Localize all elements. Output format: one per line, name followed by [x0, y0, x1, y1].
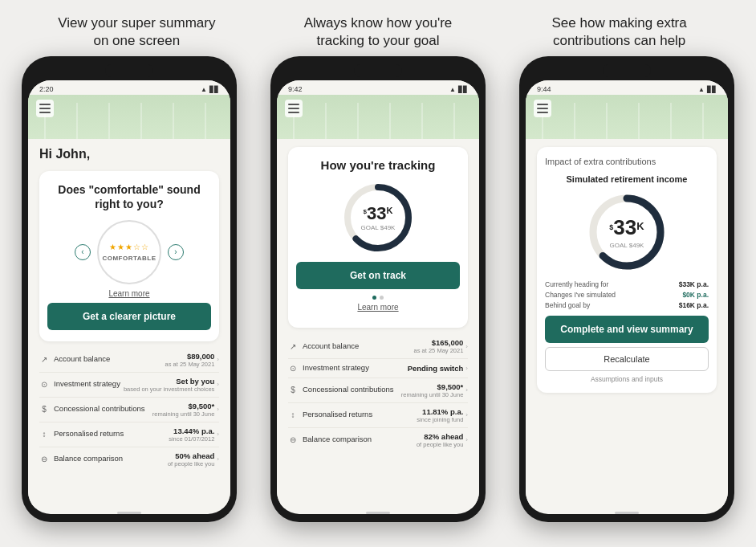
returns-value-2: 11.81% p.a.: [417, 407, 463, 416]
row-account-balance-2[interactable]: ↗ Account balance $165,000 as at 25 May …: [288, 334, 468, 359]
tracking-title: How you're tracking: [296, 158, 460, 172]
row-balance-2[interactable]: ⊖ Balance comparison 82% ahead of people…: [288, 428, 468, 452]
comp-label-1: Changes I've simulated: [545, 291, 616, 299]
complete-view-summary-button[interactable]: Complete and view summary: [545, 316, 709, 343]
get-clearer-picture-button[interactable]: Get a clearer picture: [47, 303, 211, 330]
menu-button-2[interactable]: [285, 100, 303, 117]
sim-donut-center: $33K GOAL $49K: [609, 215, 644, 249]
concessional-icon-2: $: [288, 386, 298, 394]
sim-title: Simulated retirement income: [545, 174, 709, 184]
row-concessional-1[interactable]: $ Concessional contributions $9,500* rem…: [39, 398, 219, 422]
chevron-2b: ›: [465, 365, 468, 372]
comp-label-2: Behind goal by: [545, 301, 590, 309]
chevron-1c: ›: [217, 406, 219, 413]
screen-content-1: Hi John, Does "comfortable" sound right …: [28, 139, 230, 508]
returns-label-2: Personalised returns: [303, 410, 417, 419]
phones-row: 2:20 ▲ ▊▊: [0, 56, 756, 547]
balance-icon-1: ⊖: [39, 455, 49, 463]
investment-label-2: Investment strategy: [303, 363, 408, 373]
row-returns-1[interactable]: ↕ Personalised returns 13.44% p.a. since…: [39, 422, 219, 447]
sim-goal: GOAL $49K: [609, 242, 644, 249]
phone-3: 9:44 ▲ ▊▊: [519, 56, 734, 522]
nav-bar-3: [526, 95, 728, 122]
returns-value-1: 13.44% p.a.: [169, 427, 214, 435]
donut-goal-2: GOAL $49K: [361, 224, 396, 231]
phone-notch-2: [354, 64, 402, 77]
screen-content-3: Impact of extra contributions Simulated …: [526, 139, 728, 508]
recalculate-button[interactable]: Recalculate: [545, 347, 709, 371]
concessional-value-1: $9,500*: [152, 402, 215, 410]
time-3: 9:44: [537, 85, 551, 93]
concessional-value-2: $9,500*: [401, 382, 464, 391]
signal-icon: ▊▊: [209, 86, 219, 93]
lifestyle-selector: ‹ ★★★☆☆ COMFORTABLE ›: [47, 220, 211, 284]
page-dots-2: [296, 296, 460, 300]
account-balance-sub-1: as at 25 May 2021: [165, 361, 215, 368]
comparison-rows: Currently heading for $33K p.a. Changes …: [545, 280, 709, 309]
donut-chart-2: $33K GOAL $49K: [342, 182, 414, 254]
info-rows-2: ↗ Account balance $165,000 as at 25 May …: [288, 334, 468, 451]
dot-1: [372, 296, 376, 300]
greeting-1: Hi John,: [39, 147, 219, 161]
wifi-icon-2: ▲: [449, 86, 456, 93]
home-indicator-2: [366, 512, 390, 514]
map-strip-3: [526, 95, 728, 139]
row-returns-2[interactable]: ↕ Personalised returns 11.81% p.a. since…: [288, 403, 468, 428]
tracking-card: How you're tracking $33K GOAL $49K: [288, 147, 468, 328]
returns-sub-1: since 01/07/2012: [169, 435, 214, 443]
balance-value-1: 50% ahead: [168, 451, 214, 460]
account-label-2: Account balance: [303, 341, 414, 351]
investment-sub-1: based on your investment choices: [124, 386, 214, 393]
assumptions-link[interactable]: Assumptions and inputs: [545, 375, 709, 383]
status-icons-2: ▲ ▊▊: [449, 86, 468, 93]
comp-row-0: Currently heading for $33K p.a.: [545, 280, 709, 288]
learn-more-link-2[interactable]: Learn more: [296, 303, 460, 312]
row-investment-2[interactable]: ⊙ Investment strategy Pending switch ›: [288, 359, 468, 378]
account-balance-value-1: $89,000: [165, 352, 215, 361]
row-account-balance-1[interactable]: ↗ Account balance $89,000 as at 25 May 2…: [39, 348, 219, 373]
concessional-label-1: Concessional contributions: [54, 404, 152, 414]
investment-label-1: Investment strategy: [54, 379, 124, 389]
wifi-icon-3: ▲: [698, 86, 705, 93]
row-balance-1[interactable]: ⊖ Balance comparison 50% ahead of people…: [39, 447, 219, 471]
home-indicator-1: [117, 512, 141, 514]
chevron-1b: ›: [217, 381, 219, 388]
get-on-track-button[interactable]: Get on track: [296, 262, 460, 289]
extra-contributions-card: Impact of extra contributions Simulated …: [537, 147, 717, 393]
next-lifestyle-button[interactable]: ›: [168, 244, 184, 260]
returns-icon-1: ↕: [39, 430, 49, 439]
donut-amount-2: 33: [367, 203, 386, 223]
extra-screen-title: Impact of extra contributions: [545, 157, 709, 166]
donut-center-2: $33K GOAL $49K: [361, 205, 396, 231]
status-bar-3: 9:44 ▲ ▊▊: [526, 80, 728, 95]
menu-button-3[interactable]: [534, 100, 551, 117]
phone-2: 9:42 ▲ ▊▊: [270, 56, 486, 522]
returns-icon-2: ↕: [288, 410, 298, 419]
chevron-1a: ›: [217, 356, 219, 363]
chevron-1e: ›: [217, 455, 219, 463]
balance-label-1: Balance comparison: [54, 454, 168, 463]
home-indicator-3: [615, 512, 639, 514]
wifi-icon: ▲: [201, 86, 207, 93]
learn-more-link-1[interactable]: Learn more: [47, 289, 211, 298]
investment-icon-2: ⊙: [288, 364, 298, 373]
comp-label-0: Currently heading for: [545, 280, 608, 288]
dot-2: [380, 296, 384, 300]
comp-row-1: Changes I've simulated $0K p.a.: [545, 291, 709, 299]
prev-lifestyle-button[interactable]: ‹: [75, 244, 91, 260]
menu-button-1[interactable]: [36, 100, 54, 117]
account-balance-label-1: Account balance: [54, 354, 165, 364]
caption-phone3: See how making extra contributions can h…: [539, 14, 700, 50]
row-concessional-2[interactable]: $ Concessional contributions $9,500* rem…: [288, 378, 468, 403]
row-investment-1[interactable]: ⊙ Investment strategy Set by you based o…: [39, 373, 219, 398]
chevron-2e: ›: [465, 436, 468, 443]
lifestyle-label: COMFORTABLE: [102, 255, 156, 262]
sim-donut-3: $33K GOAL $49K: [587, 192, 667, 272]
balance-label-2: Balance comparison: [303, 435, 417, 444]
balance-sub-1: of people like you: [168, 460, 214, 467]
investment-icon-1: ⊙: [39, 380, 49, 389]
info-rows-1: ↗ Account balance $89,000 as at 25 May 2…: [39, 348, 219, 471]
phone-screen-2: 9:42 ▲ ▊▊: [277, 80, 479, 514]
question-card: Does "comfortable" sound right to you? ‹…: [39, 171, 219, 341]
lifestyle-circle: ★★★☆☆ COMFORTABLE: [97, 220, 161, 284]
